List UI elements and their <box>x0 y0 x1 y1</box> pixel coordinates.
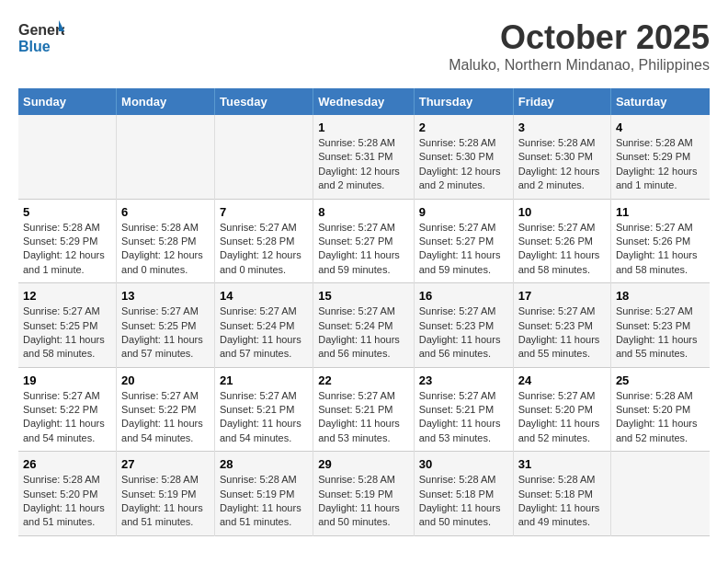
day-number: 17 <box>518 289 606 303</box>
calendar-cell: 23Sunrise: 5:27 AM Sunset: 5:21 PM Dayli… <box>414 367 513 452</box>
day-info: Sunrise: 5:28 AM Sunset: 5:30 PM Dayligh… <box>419 136 508 193</box>
calendar-cell <box>214 115 313 199</box>
day-number: 11 <box>616 205 705 219</box>
day-number: 31 <box>518 457 606 471</box>
day-number: 9 <box>419 205 508 219</box>
day-number: 3 <box>518 121 606 134</box>
calendar-cell: 7Sunrise: 5:27 AM Sunset: 5:28 PM Daylig… <box>214 199 313 283</box>
day-info: Sunrise: 5:27 AM Sunset: 5:25 PM Dayligh… <box>23 304 111 362</box>
day-number: 12 <box>23 289 111 303</box>
day-number: 10 <box>518 205 606 219</box>
calendar-cell: 5Sunrise: 5:28 AM Sunset: 5:29 PM Daylig… <box>18 199 117 283</box>
day-info: Sunrise: 5:27 AM Sunset: 5:26 PM Dayligh… <box>518 221 606 278</box>
day-number: 18 <box>616 289 705 303</box>
calendar-week-row: 19Sunrise: 5:27 AM Sunset: 5:22 PM Dayli… <box>18 367 710 452</box>
day-number: 20 <box>121 373 210 387</box>
calendar-header-row: SundayMondayTuesdayWednesdayThursdayFrid… <box>18 88 710 115</box>
calendar-cell: 10Sunrise: 5:27 AM Sunset: 5:26 PM Dayli… <box>513 199 610 283</box>
day-number: 29 <box>318 457 409 471</box>
header-sunday: Sunday <box>18 88 117 115</box>
day-info: Sunrise: 5:27 AM Sunset: 5:23 PM Dayligh… <box>518 304 606 362</box>
calendar-cell: 11Sunrise: 5:27 AM Sunset: 5:26 PM Dayli… <box>610 199 710 283</box>
day-info: Sunrise: 5:28 AM Sunset: 5:19 PM Dayligh… <box>220 473 308 530</box>
day-info: Sunrise: 5:27 AM Sunset: 5:25 PM Dayligh… <box>121 304 210 362</box>
day-number: 4 <box>616 121 705 134</box>
day-info: Sunrise: 5:28 AM Sunset: 5:19 PM Dayligh… <box>318 473 409 530</box>
calendar-cell: 26Sunrise: 5:28 AM Sunset: 5:20 PM Dayli… <box>18 452 117 536</box>
calendar-cell <box>18 115 117 199</box>
calendar-cell: 17Sunrise: 5:27 AM Sunset: 5:23 PM Dayli… <box>513 283 610 368</box>
day-info: Sunrise: 5:28 AM Sunset: 5:28 PM Dayligh… <box>121 221 210 278</box>
day-info: Sunrise: 5:27 AM Sunset: 5:21 PM Dayligh… <box>318 389 409 446</box>
day-number: 27 <box>121 457 210 471</box>
logo: General Blue <box>18 18 64 55</box>
day-info: Sunrise: 5:27 AM Sunset: 5:28 PM Dayligh… <box>220 221 308 278</box>
day-number: 25 <box>616 373 705 387</box>
header-friday: Friday <box>513 88 610 115</box>
calendar-cell <box>610 452 710 536</box>
day-info: Sunrise: 5:27 AM Sunset: 5:21 PM Dayligh… <box>419 389 508 446</box>
header-monday: Monday <box>117 88 215 115</box>
day-number: 23 <box>419 373 508 387</box>
calendar-cell: 4Sunrise: 5:28 AM Sunset: 5:29 PM Daylig… <box>610 115 710 199</box>
day-number: 24 <box>518 373 606 387</box>
calendar-week-row: 26Sunrise: 5:28 AM Sunset: 5:20 PM Dayli… <box>18 452 710 536</box>
page-header: General Blue October 2025 Maluko, Northe… <box>18 18 710 74</box>
title-area: October 2025 Maluko, Northern Mindanao, … <box>449 18 710 74</box>
calendar-cell: 20Sunrise: 5:27 AM Sunset: 5:22 PM Dayli… <box>117 367 215 452</box>
calendar-cell: 16Sunrise: 5:27 AM Sunset: 5:23 PM Dayli… <box>414 283 513 368</box>
calendar-cell: 24Sunrise: 5:27 AM Sunset: 5:20 PM Dayli… <box>513 367 610 452</box>
day-info: Sunrise: 5:27 AM Sunset: 5:23 PM Dayligh… <box>419 304 508 362</box>
day-info: Sunrise: 5:27 AM Sunset: 5:20 PM Dayligh… <box>518 389 606 446</box>
calendar-cell: 1Sunrise: 5:28 AM Sunset: 5:31 PM Daylig… <box>313 115 415 199</box>
svg-text:General: General <box>18 22 64 38</box>
calendar-cell: 3Sunrise: 5:28 AM Sunset: 5:30 PM Daylig… <box>513 115 610 199</box>
day-number: 28 <box>220 457 308 471</box>
calendar-cell: 21Sunrise: 5:27 AM Sunset: 5:21 PM Dayli… <box>214 367 313 452</box>
day-number: 1 <box>318 121 409 134</box>
calendar-week-row: 1Sunrise: 5:28 AM Sunset: 5:31 PM Daylig… <box>18 115 710 199</box>
day-info: Sunrise: 5:28 AM Sunset: 5:18 PM Dayligh… <box>419 473 508 530</box>
header-saturday: Saturday <box>610 88 710 115</box>
page-subtitle: Maluko, Northern Mindanao, Philippines <box>449 57 710 74</box>
day-info: Sunrise: 5:28 AM Sunset: 5:20 PM Dayligh… <box>23 473 111 530</box>
svg-text:Blue: Blue <box>18 39 51 54</box>
day-number: 19 <box>23 373 111 387</box>
calendar-cell: 30Sunrise: 5:28 AM Sunset: 5:18 PM Dayli… <box>414 452 513 536</box>
calendar-cell: 19Sunrise: 5:27 AM Sunset: 5:22 PM Dayli… <box>18 367 117 452</box>
calendar-cell: 31Sunrise: 5:28 AM Sunset: 5:18 PM Dayli… <box>513 452 610 536</box>
day-number: 6 <box>121 205 210 219</box>
day-info: Sunrise: 5:28 AM Sunset: 5:30 PM Dayligh… <box>518 136 606 193</box>
day-number: 26 <box>23 457 111 471</box>
day-number: 7 <box>220 205 308 219</box>
calendar-cell: 9Sunrise: 5:27 AM Sunset: 5:27 PM Daylig… <box>414 199 513 283</box>
page-title: October 2025 <box>449 18 710 57</box>
day-number: 30 <box>419 457 508 471</box>
day-info: Sunrise: 5:28 AM Sunset: 5:20 PM Dayligh… <box>616 389 705 446</box>
day-number: 13 <box>121 289 210 303</box>
header-wednesday: Wednesday <box>313 88 415 115</box>
day-info: Sunrise: 5:27 AM Sunset: 5:24 PM Dayligh… <box>318 304 409 362</box>
calendar-cell <box>117 115 215 199</box>
header-tuesday: Tuesday <box>214 88 313 115</box>
calendar-cell: 29Sunrise: 5:28 AM Sunset: 5:19 PM Dayli… <box>313 452 415 536</box>
day-info: Sunrise: 5:27 AM Sunset: 5:27 PM Dayligh… <box>318 221 409 278</box>
day-info: Sunrise: 5:27 AM Sunset: 5:22 PM Dayligh… <box>121 389 210 446</box>
calendar-cell: 27Sunrise: 5:28 AM Sunset: 5:19 PM Dayli… <box>117 452 215 536</box>
day-number: 14 <box>220 289 308 303</box>
day-info: Sunrise: 5:28 AM Sunset: 5:31 PM Dayligh… <box>318 136 409 193</box>
day-info: Sunrise: 5:27 AM Sunset: 5:24 PM Dayligh… <box>220 304 308 362</box>
calendar-cell: 13Sunrise: 5:27 AM Sunset: 5:25 PM Dayli… <box>117 283 215 368</box>
calendar-cell: 15Sunrise: 5:27 AM Sunset: 5:24 PM Dayli… <box>313 283 415 368</box>
day-info: Sunrise: 5:28 AM Sunset: 5:29 PM Dayligh… <box>23 221 111 278</box>
logo-icon: General Blue <box>18 18 64 55</box>
calendar-cell: 12Sunrise: 5:27 AM Sunset: 5:25 PM Dayli… <box>18 283 117 368</box>
day-number: 8 <box>318 205 409 219</box>
day-info: Sunrise: 5:27 AM Sunset: 5:26 PM Dayligh… <box>616 221 705 278</box>
day-info: Sunrise: 5:27 AM Sunset: 5:27 PM Dayligh… <box>419 221 508 278</box>
day-number: 21 <box>220 373 308 387</box>
calendar-cell: 18Sunrise: 5:27 AM Sunset: 5:23 PM Dayli… <box>610 283 710 368</box>
day-info: Sunrise: 5:28 AM Sunset: 5:18 PM Dayligh… <box>518 473 606 530</box>
day-number: 2 <box>419 121 508 134</box>
day-info: Sunrise: 5:28 AM Sunset: 5:19 PM Dayligh… <box>121 473 210 530</box>
